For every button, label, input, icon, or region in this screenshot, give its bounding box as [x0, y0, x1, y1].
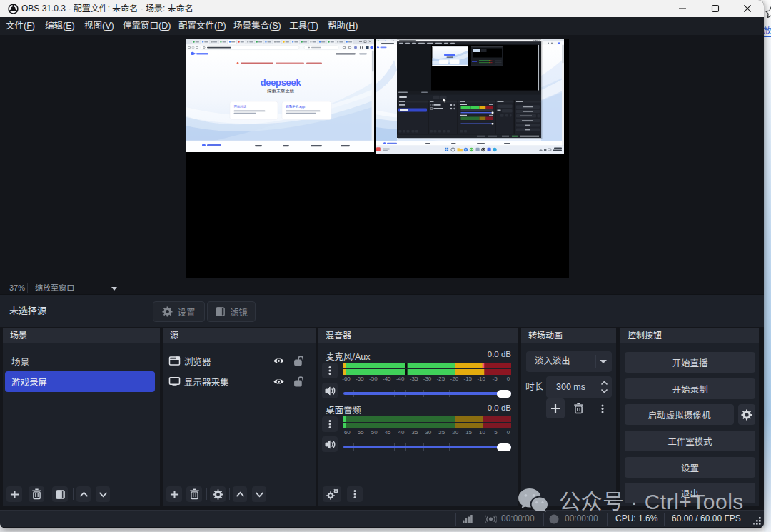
lock-icon[interactable]	[293, 376, 303, 387]
source-item[interactable]: 显示器采集	[163, 371, 316, 392]
scene-up-button[interactable]	[76, 486, 91, 502]
start-recording-button[interactable]: 开始录制	[625, 378, 755, 399]
menu-item-f[interactable]: 文件(F)	[6, 17, 35, 35]
deepseek-tagline: 探索未至之境	[267, 89, 294, 94]
visibility-eye-icon[interactable]	[273, 378, 285, 386]
minimize-button[interactable]	[666, 0, 699, 17]
controls-panel: 控制按钮 开始直播开始录制启动虚拟摄像机工作室模式设置退出	[620, 328, 759, 506]
start-virtual-camera-button[interactable]: 启动虚拟摄像机	[625, 404, 734, 425]
speaker-icon	[325, 440, 336, 449]
volume-slider[interactable]	[343, 388, 511, 398]
menu-item-t[interactable]: 工具(T)	[289, 17, 318, 35]
scenes-panel: 场景 场景游戏录屏	[3, 328, 160, 506]
volume-slider-handle[interactable]	[497, 443, 511, 451]
source-down-button[interactable]	[252, 486, 266, 502]
source-filters-button[interactable]: 滤镜	[207, 301, 256, 322]
meter-scale-tick: -30	[423, 376, 432, 383]
captured-mixer-panel	[458, 101, 495, 135]
meter-scale-tick: -20	[450, 376, 459, 383]
transitions-panel-title: 转场动画	[521, 328, 616, 343]
remove-scene-button[interactable]	[29, 486, 44, 502]
settings-button[interactable]: 设置	[625, 457, 755, 478]
scene-item-label: 场景	[11, 354, 29, 368]
filters-icon	[55, 489, 66, 500]
menu-item-h[interactable]: 帮助(H)	[328, 17, 358, 35]
remove-transition-button[interactable]	[570, 401, 586, 416]
duration-value: 300 ms	[556, 376, 585, 398]
nested-obs-thumb	[471, 46, 503, 66]
mute-button[interactable]	[322, 436, 338, 452]
signal-bars-icon	[462, 514, 473, 524]
audio-mixer-panel: 混音器 麦克风/Aux 0.0 dB -60-55-50-45-40-35-30…	[318, 328, 518, 506]
separator	[229, 488, 230, 500]
menu-item-e[interactable]: 编辑(E)	[45, 17, 75, 35]
stream-status-icon	[485, 514, 497, 524]
zoom-mode-select[interactable]: 缩放至窗口	[35, 282, 74, 294]
scene-filters-button[interactable]	[52, 486, 68, 502]
add-source-button[interactable]	[166, 486, 182, 502]
menu-item-s[interactable]: 场景集合(S)	[233, 17, 281, 35]
remove-source-button[interactable]	[186, 486, 202, 502]
slider-track[interactable]	[343, 446, 511, 448]
scene-item[interactable]: 游戏录屏	[5, 371, 155, 392]
meter-scale-tick: -10	[477, 429, 485, 436]
transition-select[interactable]: 淡入淡出	[526, 351, 612, 372]
menu-item-d[interactable]: 停靠窗口(D)	[123, 17, 171, 35]
captured-taskbar	[376, 146, 564, 154]
volume-slider-handle[interactable]	[497, 390, 511, 398]
scene-item-label: 游戏录屏	[11, 375, 47, 388]
studio-mode-button[interactable]: 工作室模式	[625, 431, 755, 451]
source-item[interactable]: 浏览器	[163, 351, 316, 371]
spin-up-icon[interactable]	[600, 381, 608, 386]
menu-item-v[interactable]: 视图(V)	[84, 17, 114, 35]
source-up-button[interactable]	[233, 486, 247, 502]
slider-track[interactable]	[343, 392, 511, 395]
volume-slider[interactable]	[343, 442, 511, 452]
meter-scale-tick: -55	[356, 429, 364, 436]
maximize-button[interactable]	[699, 0, 732, 17]
spin-down-icon[interactable]	[600, 388, 608, 393]
background-link-fragment[interactable]: 放	[763, 24, 771, 37]
channel-menu-button[interactable]	[322, 363, 338, 378]
speaker-icon	[325, 386, 336, 396]
resize-grip[interactable]	[752, 516, 762, 526]
lock-icon[interactable]	[293, 356, 303, 366]
mute-button[interactable]	[322, 383, 338, 398]
separator	[598, 380, 598, 394]
source-properties-toolbar-button[interactable]	[210, 486, 226, 502]
minimize-icon	[678, 4, 687, 13]
mixer-menu-button[interactable]	[347, 486, 363, 502]
scene-down-button[interactable]	[96, 486, 110, 502]
kebab-icon	[326, 366, 334, 376]
start-streaming-button[interactable]: 开始直播	[625, 352, 755, 373]
button-label: 设置	[681, 461, 699, 474]
visibility-eye-icon[interactable]	[273, 357, 285, 365]
gear-icon	[213, 489, 223, 500]
scene-item[interactable]: 场景	[3, 351, 160, 371]
maximize-icon	[711, 4, 720, 13]
record-status-icon	[549, 514, 559, 524]
transition-duration-spinbox[interactable]: 300 ms	[546, 376, 612, 398]
source-properties-button[interactable]: 设置	[153, 301, 205, 322]
dropdown-caret-icon	[600, 360, 607, 363]
zoom-caret-icon[interactable]	[111, 287, 117, 291]
transition-menu-button[interactable]	[596, 401, 609, 416]
separator	[543, 513, 544, 526]
display-capture-icon	[168, 376, 181, 387]
chevron-down-icon	[255, 491, 264, 498]
trash-icon	[31, 488, 43, 501]
channel-menu-button[interactable]	[322, 416, 338, 432]
exit-button[interactable]: 退出	[625, 483, 755, 503]
menu-item-p[interactable]: 配置文件(P)	[178, 17, 226, 35]
close-button[interactable]	[731, 0, 764, 17]
meter-scale-tick: -50	[369, 376, 378, 383]
advanced-audio-button[interactable]	[323, 486, 341, 502]
virtual-camera-settings-button[interactable]	[738, 404, 755, 425]
add-transition-button[interactable]	[546, 398, 565, 418]
kebab-icon	[351, 489, 359, 499]
add-scene-button[interactable]	[6, 486, 22, 502]
separator	[455, 513, 456, 526]
captured-obs-window	[397, 40, 543, 139]
separator	[27, 283, 28, 293]
preview-area[interactable]: deepseek 探索未至之境 开始对话 获取手机 App	[0, 35, 764, 282]
